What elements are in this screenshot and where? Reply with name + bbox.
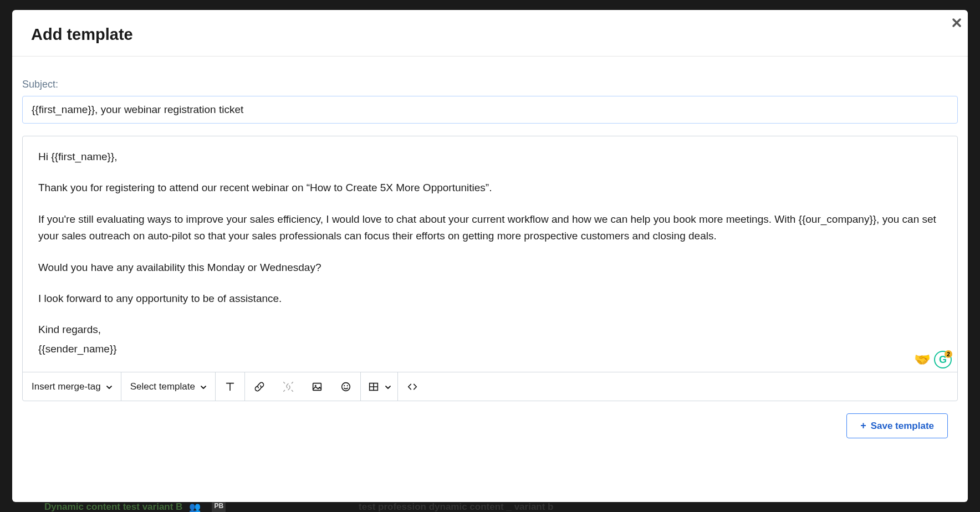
body-closing: Kind regards,	[38, 321, 942, 338]
save-button-label: Save template	[871, 421, 934, 432]
chevron-down-icon	[200, 383, 206, 390]
body-signature: {{sender_name}}	[38, 341, 942, 357]
insert-table-button[interactable]	[361, 372, 397, 401]
svg-point-1	[315, 385, 317, 386]
unlink-icon	[282, 381, 294, 393]
editor-toolbar: Insert merge-tag Select template	[23, 372, 957, 401]
add-template-modal: Add template Subject: Hi {{first_name}},…	[12, 10, 968, 502]
text-icon	[224, 381, 236, 393]
background-badge: PB	[212, 501, 226, 512]
close-icon	[951, 17, 962, 28]
chevron-down-icon	[105, 383, 112, 390]
insert-image-button[interactable]	[303, 372, 331, 401]
people-icon: 👥	[189, 501, 201, 512]
svg-point-3	[344, 385, 345, 386]
handshake-icon[interactable]: 🤝	[914, 352, 931, 367]
background-obscured-content: Dynamic content test variant B 👥 PB test…	[0, 501, 980, 512]
link-icon	[253, 381, 266, 393]
chevron-down-icon	[384, 383, 391, 390]
plus-icon: +	[860, 420, 866, 432]
editor-container: Hi {{first_name}}, Thank you for registe…	[22, 136, 958, 401]
select-template-label: Select template	[130, 381, 195, 392]
body-greeting: Hi {{first_name}},	[38, 149, 942, 165]
editor-indicators: 🤝 G	[914, 351, 952, 368]
modal-footer: + Save template	[22, 401, 958, 450]
svg-rect-0	[313, 383, 321, 390]
body-paragraph: Thank you for registering to attend our …	[38, 180, 942, 196]
subject-input[interactable]	[22, 96, 958, 124]
image-icon	[311, 381, 323, 393]
grammarly-badge[interactable]: G	[934, 351, 952, 368]
modal-header: Add template	[12, 10, 968, 57]
insert-emoji-button[interactable]	[331, 372, 360, 401]
insert-merge-tag-dropdown[interactable]: Insert merge-tag	[23, 372, 121, 401]
email-body-editor[interactable]: Hi {{first_name}}, Thank you for registe…	[23, 136, 957, 372]
code-icon	[406, 381, 418, 393]
merge-tag-label: Insert merge-tag	[32, 381, 101, 392]
remove-link-button[interactable]	[274, 372, 303, 401]
code-view-button[interactable]	[398, 372, 427, 401]
body-paragraph: I look forward to any opportunity to be …	[38, 290, 942, 307]
insert-link-button[interactable]	[245, 372, 274, 401]
close-button[interactable]	[951, 16, 962, 31]
svg-point-4	[347, 385, 348, 386]
body-paragraph: Would you have any availability this Mon…	[38, 259, 942, 276]
emoji-icon	[340, 381, 352, 393]
svg-point-2	[342, 382, 350, 391]
modal-body: Subject: Hi {{first_name}}, Thank you fo…	[12, 57, 968, 502]
select-template-dropdown[interactable]: Select template	[121, 372, 215, 401]
table-icon	[368, 381, 380, 393]
text-format-button[interactable]	[216, 372, 244, 401]
body-paragraph: If you're still evaluating ways to impro…	[38, 211, 942, 245]
modal-title: Add template	[31, 25, 949, 44]
subject-label: Subject:	[22, 79, 958, 90]
save-template-button[interactable]: + Save template	[846, 413, 948, 438]
